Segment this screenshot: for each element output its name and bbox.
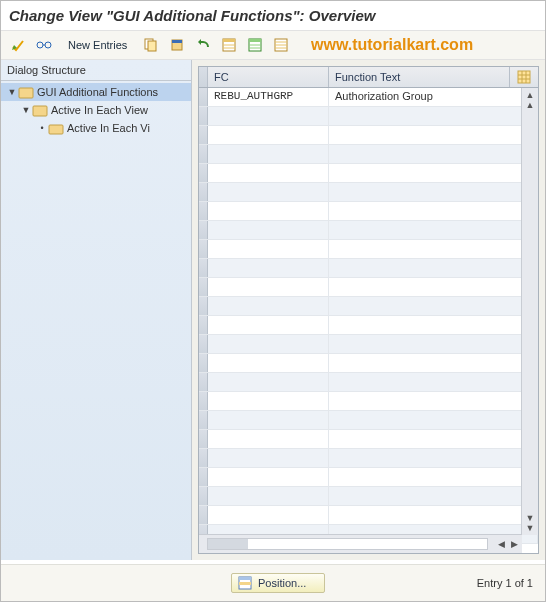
row-selector[interactable] — [199, 430, 208, 448]
cell-function-text[interactable] — [329, 221, 538, 239]
row-selector[interactable] — [199, 316, 208, 334]
row-selector[interactable] — [199, 468, 208, 486]
cell-fc[interactable] — [208, 487, 329, 505]
row-selector[interactable] — [199, 164, 208, 182]
cell-fc[interactable] — [208, 183, 329, 201]
cell-function-text[interactable] — [329, 487, 538, 505]
cell-fc[interactable] — [208, 278, 329, 296]
row-selector[interactable] — [199, 183, 208, 201]
cell-fc[interactable] — [208, 430, 329, 448]
row-selector[interactable] — [199, 88, 208, 106]
position-button[interactable]: Position... — [231, 573, 325, 593]
cell-fc[interactable] — [208, 316, 329, 334]
other-entry-button[interactable] — [7, 34, 29, 56]
cell-function-text[interactable] — [329, 107, 538, 125]
cell-function-text[interactable] — [329, 316, 538, 334]
row-selector[interactable] — [199, 411, 208, 429]
cell-function-text[interactable] — [329, 183, 538, 201]
cell-function-text[interactable] — [329, 335, 538, 353]
cell-fc[interactable] — [208, 506, 329, 524]
tree-node[interactable]: •Active In Each Vi — [1, 119, 191, 137]
row-selector[interactable] — [199, 126, 208, 144]
cell-fc[interactable] — [208, 392, 329, 410]
h-scroll-thumb[interactable] — [208, 539, 248, 549]
cell-function-text[interactable] — [329, 297, 538, 315]
scroll-down-icon[interactable]: ▼ — [526, 523, 535, 533]
select-all-button[interactable] — [218, 34, 240, 56]
cell-function-text[interactable] — [329, 430, 538, 448]
cell-function-text[interactable] — [329, 373, 538, 391]
row-selector[interactable] — [199, 354, 208, 372]
row-selector[interactable] — [199, 297, 208, 315]
row-selector[interactable] — [199, 506, 208, 524]
row-selector[interactable] — [199, 335, 208, 353]
undo-button[interactable] — [192, 34, 214, 56]
row-selector[interactable] — [199, 449, 208, 467]
cell-fc[interactable] — [208, 145, 329, 163]
cell-function-text[interactable] — [329, 506, 538, 524]
cell-function-text[interactable] — [329, 259, 538, 277]
cell-fc[interactable] — [208, 164, 329, 182]
cell-fc[interactable] — [208, 411, 329, 429]
row-selector[interactable] — [199, 202, 208, 220]
cell-function-text[interactable] — [329, 468, 538, 486]
row-selector[interactable] — [199, 240, 208, 258]
horizontal-scrollbar[interactable]: ◀ ▶ — [199, 534, 522, 553]
cell-function-text[interactable] — [329, 240, 538, 258]
cell-fc[interactable] — [208, 259, 329, 277]
expand-toggle-icon[interactable]: ▼ — [7, 87, 17, 97]
configure-columns-button[interactable] — [510, 67, 538, 87]
row-selector[interactable] — [199, 259, 208, 277]
tree-node[interactable]: ▼Active In Each View — [1, 101, 191, 119]
row-selector[interactable] — [199, 487, 208, 505]
cell-function-text[interactable] — [329, 392, 538, 410]
table-row — [199, 335, 538, 354]
cell-fc[interactable] — [208, 354, 329, 372]
row-selector[interactable] — [199, 373, 208, 391]
cell-fc[interactable]: REBU_AUTHGRP — [208, 88, 329, 106]
new-entries-button[interactable]: New Entries — [59, 36, 136, 54]
cell-fc[interactable] — [208, 126, 329, 144]
cell-function-text[interactable]: Authorization Group — [329, 88, 538, 106]
row-selector[interactable] — [199, 221, 208, 239]
cell-fc[interactable] — [208, 240, 329, 258]
expand-toggle-icon[interactable]: ▼ — [21, 105, 31, 115]
vertical-scrollbar[interactable]: ▲ ▲ ▼ ▼ — [521, 88, 538, 535]
cell-fc[interactable] — [208, 449, 329, 467]
cell-function-text[interactable] — [329, 164, 538, 182]
cell-fc[interactable] — [208, 221, 329, 239]
select-block-button[interactable] — [244, 34, 266, 56]
cell-fc[interactable] — [208, 468, 329, 486]
cell-function-text[interactable] — [329, 449, 538, 467]
cell-fc[interactable] — [208, 335, 329, 353]
cell-fc[interactable] — [208, 373, 329, 391]
delete-button[interactable] — [166, 34, 188, 56]
cell-function-text[interactable] — [329, 126, 538, 144]
row-selector[interactable] — [199, 392, 208, 410]
deselect-all-button[interactable] — [270, 34, 292, 56]
scroll-down-icon[interactable]: ▼ — [526, 513, 535, 523]
row-selector[interactable] — [199, 278, 208, 296]
cell-fc[interactable] — [208, 107, 329, 125]
find-button[interactable] — [33, 34, 55, 56]
svg-rect-16 — [239, 582, 251, 585]
row-selector[interactable] — [199, 107, 208, 125]
row-selector[interactable] — [199, 145, 208, 163]
scroll-up-icon[interactable]: ▲ — [526, 90, 535, 100]
scroll-right-icon[interactable]: ▶ — [511, 539, 518, 549]
cell-function-text[interactable] — [329, 411, 538, 429]
cell-function-text[interactable] — [329, 145, 538, 163]
cell-function-text[interactable] — [329, 278, 538, 296]
cell-function-text[interactable] — [329, 354, 538, 372]
column-row-selector[interactable] — [199, 67, 208, 87]
cell-fc[interactable] — [208, 202, 329, 220]
scroll-up-icon[interactable]: ▲ — [526, 100, 535, 110]
column-fc[interactable]: FC — [208, 67, 329, 87]
scroll-left-icon[interactable]: ◀ — [498, 539, 505, 549]
h-scroll-track[interactable] — [207, 538, 488, 550]
copy-button[interactable] — [140, 34, 162, 56]
tree-node[interactable]: ▼GUI Additional Functions — [1, 83, 191, 101]
column-function-text[interactable]: Function Text — [329, 67, 510, 87]
cell-fc[interactable] — [208, 297, 329, 315]
cell-function-text[interactable] — [329, 202, 538, 220]
